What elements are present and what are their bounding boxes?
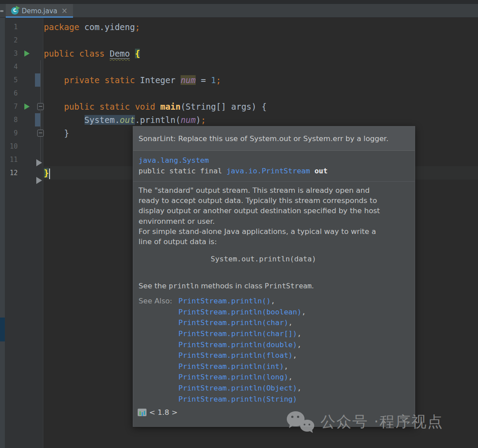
line-number[interactable]: 9: [5, 126, 18, 140]
see-also-section: See Also: PrintStream.println(),PrintStr…: [139, 296, 409, 405]
tab-title: Demo.java: [22, 7, 58, 15]
code-token: com.yideng: [85, 22, 135, 32]
line-number[interactable]: 8: [5, 113, 18, 126]
see-also-link[interactable]: PrintStream.println(long): [178, 373, 288, 381]
see-also-link[interactable]: PrintStream.println(char[]): [178, 329, 297, 338]
line-number[interactable]: 12: [5, 166, 18, 180]
line-number[interactable]: 6: [5, 87, 18, 100]
line-number[interactable]: 1: [5, 20, 18, 34]
code-line[interactable]: public class Demo {: [44, 47, 478, 60]
see-also-link[interactable]: PrintStream.println(String): [178, 395, 297, 403]
doc-text: PrintStream: [265, 282, 312, 290]
see-also-link[interactable]: PrintStream.println(int): [178, 362, 284, 371]
line-number[interactable]: 10: [5, 140, 18, 153]
text-caret: [49, 168, 50, 179]
doc-description: The "standard" output stream. This strea…: [139, 185, 409, 247]
code-token: num: [181, 75, 196, 85]
fold-connector-line: [40, 110, 41, 130]
run-icon[interactable]: [24, 50, 30, 57]
printstream-link[interactable]: java.io.PrintStream: [227, 167, 310, 175]
see-also-label: See Also:: [139, 296, 178, 405]
signature-token: public static final: [139, 167, 227, 175]
code-token: [130, 49, 135, 58]
tool-window-stripe[interactable]: [0, 18, 5, 448]
code-token: [44, 75, 64, 85]
line-number[interactable]: 3: [5, 47, 18, 60]
code-line[interactable]: public static void main(String[] args) {: [44, 100, 478, 113]
code-line[interactable]: [44, 60, 478, 73]
line-number[interactable]: 7: [5, 100, 18, 113]
doc-text: methods in class: [199, 282, 265, 290]
active-tab-indicator: [6, 16, 73, 18]
signature-token: [310, 167, 314, 175]
code-token: num: [181, 115, 196, 125]
editor-gutter[interactable]: 123456789101112: [5, 18, 43, 448]
sonarlint-warning: SonarLint: Replace this use of System.ou…: [133, 126, 415, 151]
code-token: (String[] args) {: [181, 102, 266, 111]
signature-token: out: [314, 167, 328, 175]
tool-stripe-badge[interactable]: [0, 318, 5, 341]
code-token: ;: [201, 115, 206, 125]
code-token: 1: [211, 75, 216, 85]
see-also-link[interactable]: PrintStream.println(): [178, 297, 271, 305]
see-also-links: PrintStream.println(),PrintStream.printl…: [178, 296, 409, 405]
code-line[interactable]: private static Integer num = 1;: [44, 73, 478, 87]
line-number[interactable]: 5: [5, 73, 18, 87]
list-separator: ,: [271, 297, 275, 305]
tab-demo-java[interactable]: Demo.java ×: [6, 4, 73, 18]
list-separator: ,: [297, 329, 301, 338]
vcs-change-marker: [35, 73, 40, 87]
java-class-icon: [11, 7, 19, 15]
doc-text: println: [169, 282, 198, 290]
code-token: }: [44, 168, 49, 178]
code-token: out: [120, 115, 135, 125]
fold-handle-icon[interactable]: [36, 159, 42, 166]
see-also-link[interactable]: PrintStream.println(double): [178, 341, 297, 349]
doc-code-example: System.out.println(data): [211, 255, 409, 263]
documentation-popup: SonarLint: Replace this use of System.ou…: [133, 126, 415, 427]
code-token: [44, 102, 64, 111]
list-separator: ,: [297, 384, 301, 392]
fold-start-icon[interactable]: [37, 103, 44, 110]
code-token: Integer: [140, 75, 181, 85]
code-line[interactable]: [44, 87, 478, 100]
code-line[interactable]: System.out.println(num);: [44, 113, 478, 126]
code-token: .println(: [135, 115, 181, 125]
sonarlint-message: SonarLint: Replace this use of System.ou…: [139, 134, 389, 143]
see-also-link[interactable]: PrintStream.println(boolean): [178, 308, 301, 316]
list-separator: ,: [288, 373, 293, 381]
jdk-version-icon: [138, 409, 146, 416]
vcs-change-marker: [35, 113, 40, 126]
code-line[interactable]: [44, 34, 478, 47]
code-token: private static: [64, 75, 140, 85]
stripe-handle-icon[interactable]: [0, 10, 4, 12]
line-number[interactable]: 11: [5, 153, 18, 166]
code-token: ;: [216, 75, 221, 85]
code-token: {: [135, 49, 140, 58]
fold-handle-icon[interactable]: [36, 177, 42, 184]
window-top-edge: [0, 0, 478, 4]
code-token: }: [44, 128, 69, 138]
see-also-link[interactable]: PrintStream.println(char): [178, 318, 288, 327]
jdk-version-switcher[interactable]: < 1.8 >: [138, 408, 177, 417]
code-token: package: [44, 22, 85, 32]
jdk-version-label[interactable]: < 1.8 >: [149, 408, 177, 417]
list-separator: ,: [297, 341, 301, 349]
line-number[interactable]: 4: [5, 60, 18, 73]
class-link[interactable]: java.lang.System: [139, 156, 209, 165]
list-separator: ,: [284, 362, 288, 371]
code-token: Demo: [110, 49, 130, 59]
fold-end-icon[interactable]: [37, 130, 44, 137]
close-icon[interactable]: ×: [62, 7, 68, 15]
run-icon[interactable]: [24, 103, 30, 110]
code-token: ;: [135, 22, 140, 32]
code-line[interactable]: package com.yideng;: [44, 20, 478, 34]
list-separator: ,: [301, 308, 306, 316]
see-also-link[interactable]: PrintStream.println(Object): [178, 384, 297, 392]
doc-text: See the: [139, 282, 169, 290]
code-token: main: [160, 102, 181, 111]
code-token: public static void: [64, 102, 160, 111]
see-also-link[interactable]: PrintStream.println(float): [178, 351, 293, 360]
list-separator: ,: [293, 351, 297, 360]
line-number[interactable]: 2: [5, 34, 18, 47]
